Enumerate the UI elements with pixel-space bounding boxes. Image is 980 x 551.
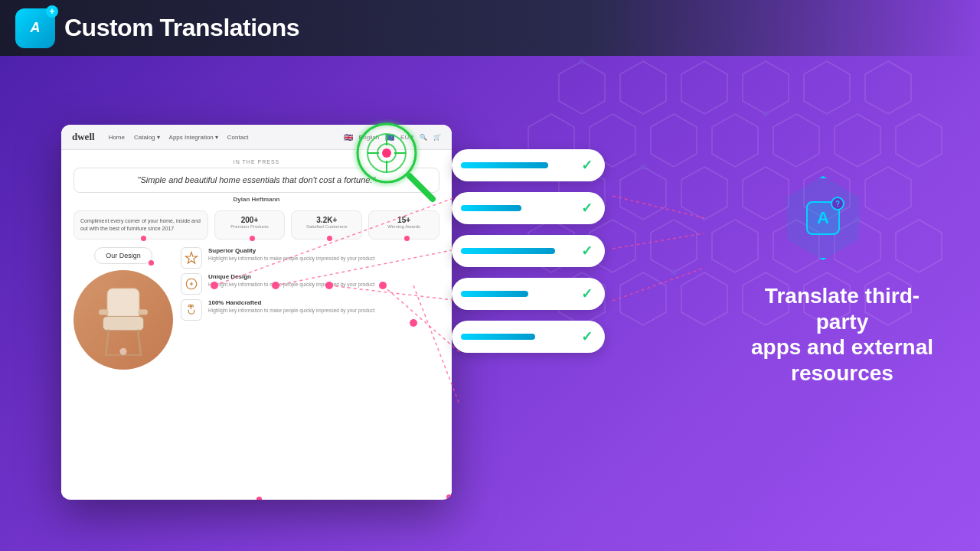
translation-bar-5: ✓ [452,321,605,353]
svg-marker-21 [651,220,697,272]
svg-point-49 [382,148,391,158]
svg-marker-22 [712,220,758,272]
bar-fill-3 [461,248,555,254]
dot-decoration [141,236,146,241]
check-3: ✓ [577,242,596,260]
feature-design: Unique Design Highlight key information … [181,273,439,295]
design-right: Superior Quality Highlight key informati… [181,247,439,370]
check-2: ✓ [577,199,596,217]
translation-bars: ✓ ✓ ✓ ✓ ✓ [452,149,605,353]
svg-marker-14 [620,167,666,220]
svg-marker-9 [712,114,758,167]
svg-marker-25 [896,220,942,272]
feature-quality: Superior Quality Highlight key informati… [181,247,439,269]
nav-links: Home Catalog ▾ Apps Integration ▾ Contac… [109,134,249,141]
design-badge: Our Design [94,247,152,264]
stat-products: 200+ Premium Products [214,210,286,240]
bar-fill-1 [461,162,548,168]
svg-point-32 [579,58,585,64]
svg-point-33 [763,111,769,117]
svg-line-40 [138,331,141,355]
svg-marker-3 [743,61,789,114]
translation-bar-3: ✓ [452,235,605,267]
app-title: Custom Translations [64,14,299,42]
hex-inner: A ? [806,201,840,235]
svg-point-36 [671,269,677,276]
cta-text: Translate third-party apps and external … [743,283,942,386]
hex-question-mark: ? [831,197,844,210]
design-text: Unique Design Highlight key information … [208,273,375,288]
svg-marker-4 [804,61,850,114]
translation-bar-2: ✓ [452,192,605,224]
feature-dot3 [256,497,262,497]
translation-bar-4: ✓ [452,278,605,310]
header: A + Custom Translations [0,0,980,56]
stat-awards: 15+ Winning Awards [368,210,439,240]
handcrafted-text: 100% Handcrafted Highlight key informati… [208,299,375,314]
svg-marker-10 [773,114,819,167]
svg-marker-1 [620,61,666,114]
svg-marker-18 [865,167,911,220]
bar-fill-2 [461,205,521,211]
check-4: ✓ [577,285,596,303]
svg-marker-27 [620,272,666,325]
translation-bar-1: ✓ [452,149,605,181]
site-logo: dwell [72,131,95,143]
svg-rect-42 [138,309,148,315]
design-section: Our Design [74,247,439,370]
svg-rect-41 [99,309,109,315]
nav-contact: Contact [227,134,249,141]
feature-handcrafted: 100% Handcrafted Highlight key informati… [181,299,439,321]
svg-line-61 [612,268,704,301]
hex-a-letter: A ? [806,201,840,235]
feature-dot1 [446,494,452,497]
stats-row: Compliment every corner of your home, in… [74,210,439,240]
stat-customers: 3.2K+ Satisfied Customers [291,210,362,240]
svg-line-39 [106,331,109,355]
svg-line-60 [612,233,704,249]
about-text: Compliment every corner of your home, in… [74,210,208,240]
design-left: Our Design [74,247,173,370]
svg-line-59 [612,196,704,218]
svg-marker-5 [865,61,911,114]
svg-marker-28 [681,272,727,325]
svg-marker-11 [835,114,880,167]
logo-plus: + [46,5,58,18]
app-logo: A + Custom Translations [15,8,299,48]
svg-marker-0 [559,61,605,114]
nav-apps: Apps Integration ▾ [169,134,218,141]
design-icon [181,273,202,295]
svg-point-44 [119,348,126,355]
app-hex-icon: A ? [781,176,865,260]
nav-catalog: Catalog ▾ [134,134,160,141]
svg-marker-2 [681,61,727,114]
bar-fill-4 [461,291,528,297]
handcrafted-icon [181,299,202,321]
badge-dot [149,260,154,266]
quality-text: Superior Quality Highlight key informati… [208,247,375,262]
dot-decoration3 [327,236,332,241]
bar-fill-5 [461,334,535,340]
nav-home: Home [109,134,125,141]
svg-line-45 [410,176,433,199]
logo-icon: A + [15,8,55,48]
check-5: ✓ [577,328,596,346]
svg-marker-12 [896,114,942,167]
dot-decoration4 [404,236,410,241]
svg-rect-37 [107,289,139,320]
svg-point-34 [640,164,646,170]
chair-image [74,270,173,370]
svg-marker-15 [681,167,727,220]
svg-rect-38 [103,316,143,330]
svg-marker-8 [651,114,697,167]
hex-container: A ? [781,176,865,260]
check-1: ✓ [577,156,596,174]
cta-section: Translate third-party apps and external … [743,283,942,386]
dot-decoration2 [250,236,255,241]
quality-icon [181,247,202,269]
magnifier [352,119,436,203]
